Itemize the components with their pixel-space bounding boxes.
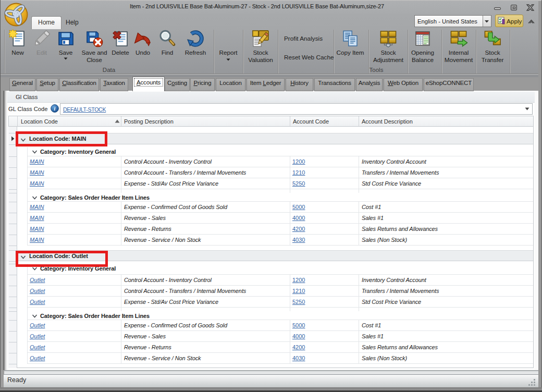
svg-text:i: i	[54, 106, 56, 112]
